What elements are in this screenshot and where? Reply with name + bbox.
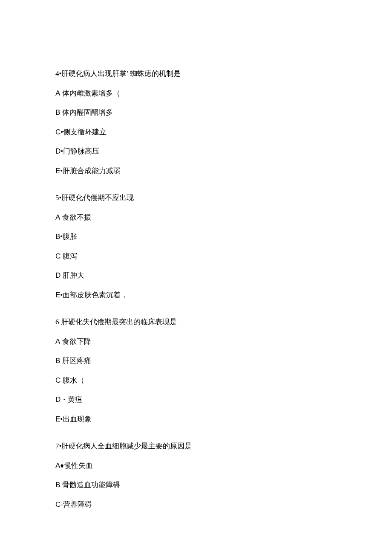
option-letter: D	[55, 147, 61, 155]
option-letter: D	[55, 395, 61, 404]
option-letter: B	[55, 108, 60, 116]
question-stem: 7•肝硬化病人全血细胞减少最主要的原因是	[55, 441, 337, 452]
option-text: 腹胀	[63, 232, 77, 241]
option-letter: A	[55, 89, 60, 97]
question-4: 4•肝硬化病人出现肝掌' 蜘蛛痣的机制是 A 体内雌激素增多（ B 体内醛固酮增…	[55, 68, 337, 176]
question-6: 6 肝硬化失代偿期最突出的临床表现是 A 食欲下降 B 肝区疼痛 C 腹水（ D…	[55, 317, 337, 424]
option-c: C 腹水（	[55, 375, 337, 386]
option-text: 黄疸	[68, 395, 82, 404]
option-letter: E	[55, 291, 60, 299]
question-5: 5•肝硬化代偿期不应出现 A 食欲不振 B•腹胀 C 腹泻 D 肝肿大 E•面部…	[55, 192, 337, 300]
question-stem: 4•肝硬化病人出现肝掌' 蜘蛛痣的机制是	[55, 68, 337, 79]
option-text: 门静脉高压	[63, 147, 99, 155]
question-7: 7•肝硬化病人全血细胞减少最主要的原因是 A♦慢性失血 B 骨髓造血功能障碍 C…	[55, 441, 337, 510]
question-stem: 5•肝硬化代偿期不应出现	[55, 192, 337, 203]
option-letter: D	[55, 271, 61, 279]
option-b: B 骨髓造血功能障碍	[55, 479, 337, 491]
option-letter: C	[55, 252, 61, 260]
option-e: E•出血现象	[55, 414, 337, 425]
option-text: 骨髓造血功能障碍	[62, 481, 120, 489]
option-a: A 体内雌激素增多（	[55, 88, 337, 99]
option-letter: B	[55, 481, 60, 489]
option-text: 肝区疼痛	[62, 357, 91, 365]
option-text: 体内醛固酮增多	[62, 108, 113, 116]
question-stem: 6 肝硬化失代偿期最突出的临床表现是	[55, 317, 337, 328]
option-e: E•面部皮肤色素沉着，	[55, 290, 337, 301]
option-a: A♦慢性失血	[55, 460, 337, 471]
option-sep: ・	[61, 395, 68, 404]
option-text: 慢性失血	[64, 462, 93, 470]
option-text: 营养障碍	[63, 500, 92, 509]
option-text: 面部皮肤色素沉着，	[63, 291, 128, 299]
option-letter: C	[55, 500, 61, 509]
document-page: 4•肝硬化病人出现肝掌' 蜘蛛痣的机制是 A 体内雌激素增多（ B 体内醛固酮增…	[0, 0, 392, 552]
option-d: D 肝肿大	[55, 270, 337, 281]
option-c: C-营养障碍	[55, 499, 337, 510]
option-letter: A	[55, 462, 60, 470]
option-c: C•侧支循环建立	[55, 127, 337, 138]
option-text: 出血现象	[63, 415, 92, 423]
option-d: D・黄疸	[55, 394, 337, 405]
option-text: 体内雌激素增多（	[62, 89, 120, 97]
option-text: 肝脏合成能力减弱	[63, 167, 121, 175]
option-e: E•肝脏合成能力减弱	[55, 166, 337, 177]
option-text: 侧支循环建立	[63, 128, 107, 136]
option-b: B 体内醛固酮增多	[55, 107, 337, 118]
option-c: C 腹泻	[55, 251, 337, 262]
option-text: 腹泻	[63, 252, 77, 260]
option-letter: E	[55, 415, 60, 423]
option-letter: E	[55, 167, 60, 175]
option-sep: ♦	[60, 462, 64, 470]
option-letter: A	[55, 337, 60, 346]
option-b: B 肝区疼痛	[55, 355, 337, 366]
option-letter: B	[55, 357, 60, 365]
option-d: D•门静脉高压	[55, 146, 337, 157]
option-text: 食欲下降	[62, 337, 91, 346]
option-a: A 食欲下降	[55, 336, 337, 347]
option-a: A 食欲不振	[55, 212, 337, 223]
option-letter: A	[55, 213, 60, 221]
option-text: 腹水（	[63, 376, 84, 384]
option-text: 肝肿大	[63, 271, 84, 279]
option-text: 食欲不振	[62, 213, 91, 221]
option-letter: C	[55, 376, 61, 384]
option-b: B•腹胀	[55, 231, 337, 242]
option-letter: C	[55, 128, 61, 136]
option-letter: B	[55, 232, 60, 241]
